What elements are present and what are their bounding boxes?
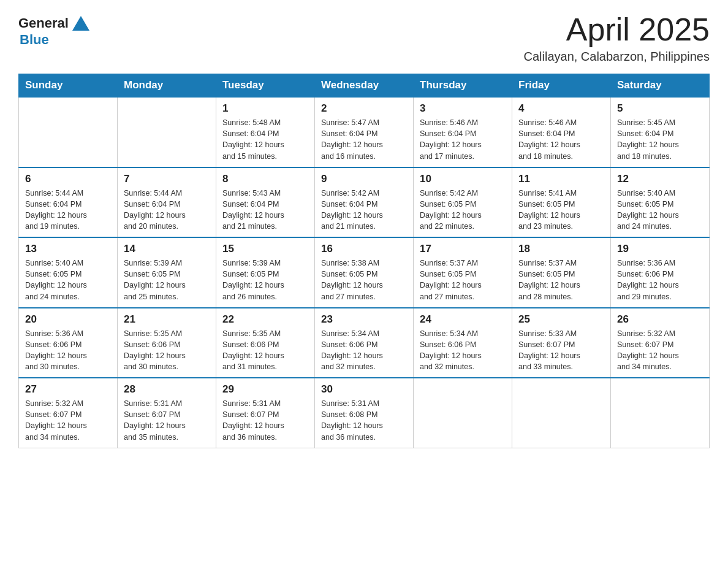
table-row — [118, 97, 216, 167]
day-number: 27 — [25, 383, 111, 396]
day-info: Sunrise: 5:44 AM Sunset: 6:04 PM Dayligh… — [124, 188, 210, 232]
day-info: Sunrise: 5:35 AM Sunset: 6:06 PM Dayligh… — [124, 328, 210, 373]
day-info: Sunrise: 5:46 AM Sunset: 6:04 PM Dayligh… — [518, 117, 604, 162]
table-row: 9Sunrise: 5:42 AM Sunset: 6:04 PM Daylig… — [315, 167, 414, 238]
table-row — [19, 97, 118, 167]
calendar-week-row: 1Sunrise: 5:48 AM Sunset: 6:04 PM Daylig… — [19, 97, 710, 167]
day-info: Sunrise: 5:31 AM Sunset: 6:07 PM Dayligh… — [124, 398, 210, 443]
table-row: 19Sunrise: 5:36 AM Sunset: 6:06 PM Dayli… — [611, 237, 710, 308]
day-info: Sunrise: 5:37 AM Sunset: 6:05 PM Dayligh… — [420, 258, 506, 302]
day-info: Sunrise: 5:32 AM Sunset: 6:07 PM Dayligh… — [25, 398, 111, 443]
day-number: 5 — [617, 102, 703, 115]
table-row: 17Sunrise: 5:37 AM Sunset: 6:05 PM Dayli… — [414, 237, 512, 308]
day-number: 18 — [518, 243, 604, 255]
table-row: 4Sunrise: 5:46 AM Sunset: 6:04 PM Daylig… — [512, 97, 611, 167]
calendar-week-row: 13Sunrise: 5:40 AM Sunset: 6:05 PM Dayli… — [19, 237, 710, 308]
table-row: 7Sunrise: 5:44 AM Sunset: 6:04 PM Daylig… — [118, 167, 216, 238]
day-number: 20 — [25, 313, 111, 326]
table-row: 29Sunrise: 5:31 AM Sunset: 6:07 PM Dayli… — [216, 378, 315, 448]
calendar-week-row: 6Sunrise: 5:44 AM Sunset: 6:04 PM Daylig… — [19, 167, 710, 238]
calendar-week-row: 20Sunrise: 5:36 AM Sunset: 6:06 PM Dayli… — [19, 308, 710, 378]
table-row: 15Sunrise: 5:39 AM Sunset: 6:05 PM Dayli… — [216, 237, 315, 308]
day-number: 15 — [222, 243, 308, 255]
day-number: 7 — [124, 173, 210, 185]
day-number: 12 — [617, 173, 703, 185]
day-number: 26 — [617, 313, 703, 326]
day-number: 14 — [124, 243, 210, 255]
table-row: 6Sunrise: 5:44 AM Sunset: 6:04 PM Daylig… — [19, 167, 118, 238]
day-number: 1 — [222, 102, 308, 115]
day-number: 22 — [222, 313, 308, 326]
table-row: 16Sunrise: 5:38 AM Sunset: 6:05 PM Dayli… — [315, 237, 414, 308]
logo: General Blue — [18, 12, 92, 48]
day-info: Sunrise: 5:40 AM Sunset: 6:05 PM Dayligh… — [617, 188, 703, 232]
day-info: Sunrise: 5:31 AM Sunset: 6:07 PM Dayligh… — [222, 398, 308, 443]
day-info: Sunrise: 5:43 AM Sunset: 6:04 PM Dayligh… — [222, 188, 308, 232]
day-number: 11 — [518, 173, 604, 185]
day-info: Sunrise: 5:34 AM Sunset: 6:06 PM Dayligh… — [420, 328, 506, 373]
table-row — [512, 378, 611, 448]
table-row — [414, 378, 512, 448]
day-info: Sunrise: 5:42 AM Sunset: 6:05 PM Dayligh… — [420, 188, 506, 232]
day-info: Sunrise: 5:35 AM Sunset: 6:06 PM Dayligh… — [222, 328, 308, 373]
table-row: 28Sunrise: 5:31 AM Sunset: 6:07 PM Dayli… — [118, 378, 216, 448]
table-row: 18Sunrise: 5:37 AM Sunset: 6:05 PM Dayli… — [512, 237, 611, 308]
table-row: 5Sunrise: 5:45 AM Sunset: 6:04 PM Daylig… — [611, 97, 710, 167]
day-info: Sunrise: 5:46 AM Sunset: 6:04 PM Dayligh… — [420, 117, 506, 162]
day-info: Sunrise: 5:38 AM Sunset: 6:05 PM Dayligh… — [321, 258, 407, 302]
table-row: 20Sunrise: 5:36 AM Sunset: 6:06 PM Dayli… — [19, 308, 118, 378]
col-tuesday: Tuesday — [216, 74, 315, 98]
table-row: 23Sunrise: 5:34 AM Sunset: 6:06 PM Dayli… — [315, 308, 414, 378]
day-info: Sunrise: 5:31 AM Sunset: 6:08 PM Dayligh… — [321, 398, 407, 443]
day-number: 16 — [321, 243, 407, 255]
calendar-week-row: 27Sunrise: 5:32 AM Sunset: 6:07 PM Dayli… — [19, 378, 710, 448]
col-sunday: Sunday — [19, 74, 118, 98]
col-wednesday: Wednesday — [315, 74, 414, 98]
table-row: 26Sunrise: 5:32 AM Sunset: 6:07 PM Dayli… — [611, 308, 710, 378]
day-info: Sunrise: 5:37 AM Sunset: 6:05 PM Dayligh… — [518, 258, 604, 302]
table-row: 24Sunrise: 5:34 AM Sunset: 6:06 PM Dayli… — [414, 308, 512, 378]
logo-text: General — [18, 16, 69, 31]
day-info: Sunrise: 5:36 AM Sunset: 6:06 PM Dayligh… — [617, 258, 703, 302]
day-info: Sunrise: 5:33 AM Sunset: 6:07 PM Dayligh… — [518, 328, 604, 373]
day-number: 29 — [222, 383, 308, 396]
day-number: 28 — [124, 383, 210, 396]
calendar-title: April 2025 — [523, 12, 710, 47]
calendar-subtitle: Calilayan, Calabarzon, Philippines — [523, 50, 710, 64]
page-header: General Blue April 2025 Calilayan, Calab… — [18, 12, 710, 64]
table-row: 13Sunrise: 5:40 AM Sunset: 6:05 PM Dayli… — [19, 237, 118, 308]
col-saturday: Saturday — [611, 74, 710, 98]
day-number: 19 — [617, 243, 703, 255]
calendar-header-row: Sunday Monday Tuesday Wednesday Thursday… — [19, 74, 710, 98]
day-number: 2 — [321, 102, 407, 115]
day-number: 30 — [321, 383, 407, 396]
table-row: 12Sunrise: 5:40 AM Sunset: 6:05 PM Dayli… — [611, 167, 710, 238]
day-info: Sunrise: 5:39 AM Sunset: 6:05 PM Dayligh… — [124, 258, 210, 302]
table-row: 2Sunrise: 5:47 AM Sunset: 6:04 PM Daylig… — [315, 97, 414, 167]
table-row: 3Sunrise: 5:46 AM Sunset: 6:04 PM Daylig… — [414, 97, 512, 167]
day-info: Sunrise: 5:32 AM Sunset: 6:07 PM Dayligh… — [617, 328, 703, 373]
day-number: 6 — [25, 173, 111, 185]
day-info: Sunrise: 5:34 AM Sunset: 6:06 PM Dayligh… — [321, 328, 407, 373]
day-info: Sunrise: 5:48 AM Sunset: 6:04 PM Dayligh… — [222, 117, 308, 162]
calendar-table: Sunday Monday Tuesday Wednesday Thursday… — [18, 74, 710, 448]
day-number: 4 — [518, 102, 604, 115]
day-info: Sunrise: 5:41 AM Sunset: 6:05 PM Dayligh… — [518, 188, 604, 232]
table-row: 21Sunrise: 5:35 AM Sunset: 6:06 PM Dayli… — [118, 308, 216, 378]
table-row: 22Sunrise: 5:35 AM Sunset: 6:06 PM Dayli… — [216, 308, 315, 378]
table-row: 8Sunrise: 5:43 AM Sunset: 6:04 PM Daylig… — [216, 167, 315, 238]
day-info: Sunrise: 5:47 AM Sunset: 6:04 PM Dayligh… — [321, 117, 407, 162]
table-row: 30Sunrise: 5:31 AM Sunset: 6:08 PM Dayli… — [315, 378, 414, 448]
col-monday: Monday — [118, 74, 216, 98]
day-info: Sunrise: 5:45 AM Sunset: 6:04 PM Dayligh… — [617, 117, 703, 162]
day-number: 17 — [420, 243, 506, 255]
table-row: 27Sunrise: 5:32 AM Sunset: 6:07 PM Dayli… — [19, 378, 118, 448]
day-info: Sunrise: 5:40 AM Sunset: 6:05 PM Dayligh… — [25, 258, 111, 302]
day-info: Sunrise: 5:42 AM Sunset: 6:04 PM Dayligh… — [321, 188, 407, 232]
logo-icon — [70, 12, 92, 34]
day-number: 21 — [124, 313, 210, 326]
day-info: Sunrise: 5:39 AM Sunset: 6:05 PM Dayligh… — [222, 258, 308, 302]
day-number: 23 — [321, 313, 407, 326]
col-friday: Friday — [512, 74, 611, 98]
title-block: April 2025 Calilayan, Calabarzon, Philip… — [523, 12, 710, 64]
